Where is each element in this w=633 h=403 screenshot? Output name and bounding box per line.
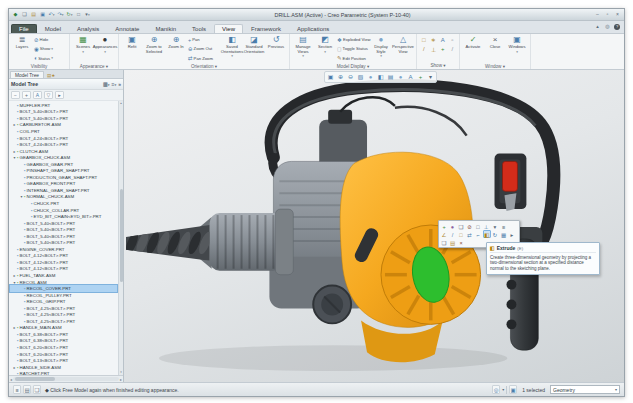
- scroll-left-icon[interactable]: ◂: [10, 377, 12, 382]
- spin-center-icon[interactable]: +: [416, 73, 425, 82]
- ribbon-button[interactable]: ✎Edit Position: [336, 54, 370, 63]
- saved-orientations-icon[interactable]: ◧: [376, 73, 385, 82]
- ribbon-button[interactable]: ▫: [448, 35, 458, 45]
- ribbon-button[interactable]: ◻Toggle Status: [336, 44, 370, 53]
- annotations-icon[interactable]: A: [406, 73, 415, 82]
- ribbon-tab[interactable]: Tools: [184, 24, 214, 34]
- tree-header-button[interactable]: »: [118, 81, 121, 87]
- ribbon-button[interactable]: ▦Scenes▾: [72, 35, 94, 63]
- scroll-right-icon[interactable]: ▸: [120, 377, 122, 382]
- ribbon-tab[interactable]: Applications: [289, 24, 337, 34]
- select-box-icon[interactable]: □: [474, 222, 482, 230]
- ribbon-button[interactable]: +Pan: [187, 35, 221, 44]
- ribbon-group-label[interactable]: Model Display ▾: [292, 63, 414, 70]
- copy-icon[interactable]: ❏: [440, 238, 448, 246]
- mini-menu-icon[interactable]: ≡: [500, 222, 508, 230]
- appearance-gallery-icon[interactable]: ●: [449, 222, 457, 230]
- quick-access-button[interactable]: ▤: [30, 11, 37, 19]
- ribbon-button[interactable]: ⊕Zoom to Selected: [143, 35, 165, 63]
- display-style-icon[interactable]: ●: [396, 73, 405, 82]
- pattern-icon[interactable]: ▦: [500, 230, 508, 238]
- zoom-out-icon[interactable]: ⊖: [346, 73, 355, 82]
- window-control-button[interactable]: –: [594, 10, 601, 19]
- ribbon-button[interactable]: □: [419, 35, 429, 45]
- ribbon-button[interactable]: A: [438, 35, 448, 45]
- ribbon-group-label[interactable]: Orientation ▾: [121, 63, 287, 70]
- tree-header-button[interactable]: ▥▾: [103, 81, 110, 87]
- ribbon-button[interactable]: ◧Saved Orientations▾: [221, 35, 243, 63]
- paste-icon[interactable]: ▤: [449, 238, 457, 246]
- toolbar-more-icon[interactable]: ▾: [426, 73, 435, 82]
- offset-icon[interactable]: ⇄: [466, 230, 474, 238]
- expand-all-icon[interactable]: +: [22, 91, 31, 99]
- project-icon[interactable]: ⌐: [474, 230, 482, 238]
- ribbon-button[interactable]: ⊘Hide: [33, 35, 67, 44]
- quick-access-button[interactable]: ◆: [12, 11, 19, 19]
- ribbon-button[interactable]: ●Display Style▾: [370, 35, 392, 63]
- quick-access-button[interactable]: ↻▾: [66, 11, 73, 19]
- ribbon-button[interactable]: ▣Refit: [121, 35, 143, 63]
- refit-icon[interactable]: ▣: [326, 73, 335, 82]
- help-icon[interactable]: ?: [614, 24, 620, 30]
- ribbon-button[interactable]: ⊕Zoom In: [165, 35, 187, 63]
- ribbon-button[interactable]: +: [438, 45, 448, 55]
- chuck-body[interactable]: [210, 213, 284, 271]
- carburetor-cap[interactable]: [328, 110, 352, 124]
- find-icon[interactable]: A: [33, 91, 42, 99]
- ribbon-tab[interactable]: Model: [37, 24, 69, 34]
- ribbon-button[interactable]: ≣Layers: [11, 35, 33, 63]
- window-control-button[interactable]: ×: [614, 10, 621, 19]
- scroll-thumb[interactable]: [15, 377, 55, 381]
- ribbon-button[interactable]: /: [448, 45, 458, 55]
- line-icon[interactable]: /: [449, 230, 457, 238]
- ribbon-button[interactable]: ↺Previous: [265, 35, 287, 63]
- browser-toggle-icon[interactable]: ▤: [23, 385, 31, 394]
- ribbon-button[interactable]: ▣Windows▾: [506, 35, 528, 63]
- ribbon-group-label[interactable]: Show ▾: [419, 62, 457, 69]
- selection-filter-dropdown[interactable]: Geometry ▾: [550, 385, 620, 394]
- quick-access-button[interactable]: □: [75, 11, 82, 19]
- ribbon-tab[interactable]: Annotate: [107, 24, 147, 34]
- ribbon-button[interactable]: ◪Standard Orientation: [243, 35, 265, 63]
- scroll-up-icon[interactable]: ▴: [119, 101, 123, 106]
- normal-vector-icon[interactable]: ⊥: [483, 222, 491, 230]
- minimize-ribbon-icon[interactable]: ▴: [594, 23, 601, 30]
- zoom-in-icon[interactable]: ⊕: [336, 73, 345, 82]
- ribbon-button[interactable]: ⊥: [429, 45, 439, 55]
- ribbon-button[interactable]: △Perspective View: [392, 35, 414, 63]
- plane-icon[interactable]: □: [457, 230, 465, 238]
- ribbon-button[interactable]: ▤Manage Views▾: [292, 35, 314, 63]
- ribbon-button[interactable]: ∗: [429, 35, 439, 45]
- model-tree-toggle-icon[interactable]: ≡: [13, 385, 21, 394]
- ribbon-button[interactable]: ⊖Zoom Out: [187, 44, 221, 53]
- view-manager-icon[interactable]: ▤: [386, 73, 395, 82]
- scroll-down-icon[interactable]: ▾: [119, 370, 123, 375]
- filter-icon[interactable]: ▽: [44, 91, 53, 99]
- quick-access-button[interactable]: ↷▾: [57, 11, 64, 19]
- ribbon-button[interactable]: ◐Status▾: [33, 54, 67, 63]
- mini-more-icon[interactable]: ▸: [508, 230, 516, 238]
- ribbon-button[interactable]: ❖Exploded View: [336, 35, 370, 44]
- sketch-icon[interactable]: ∠: [440, 230, 448, 238]
- ribbon-button[interactable]: /: [419, 45, 429, 55]
- ribbon-tab[interactable]: Framework: [243, 24, 289, 34]
- ribbon-tab[interactable]: Manikin: [147, 24, 184, 34]
- favorites-icon[interactable]: ★: [51, 73, 55, 78]
- copy-appearance-icon[interactable]: ❏: [457, 222, 465, 230]
- ribbon-tab[interactable]: Analysis: [69, 24, 107, 34]
- find-dropdown-arrow-icon[interactable]: ▾: [502, 387, 504, 392]
- quick-access-button[interactable]: ▣: [39, 11, 46, 19]
- tag-icon[interactable]: ▾: [491, 222, 499, 230]
- delete-icon[interactable]: ×: [457, 238, 465, 246]
- ribbon-button[interactable]: ◉Show▾: [33, 44, 67, 53]
- ribbon-tab[interactable]: File: [11, 24, 37, 34]
- extrude-icon[interactable]: ◧: [483, 230, 491, 238]
- tree-horizontal-scrollbar[interactable]: ◂ ▸: [9, 375, 123, 382]
- ribbon-group-label[interactable]: Appearance ▾: [72, 63, 116, 70]
- shading-icon[interactable]: ●: [366, 73, 375, 82]
- scroll-thumb[interactable]: [120, 189, 123, 282]
- spark-plug-wire[interactable]: [340, 97, 395, 111]
- ribbon-group-label[interactable]: Window ▾: [462, 63, 528, 70]
- tree-header-button[interactable]: ≡▾: [112, 81, 117, 87]
- ignition-cable[interactable]: [395, 107, 467, 136]
